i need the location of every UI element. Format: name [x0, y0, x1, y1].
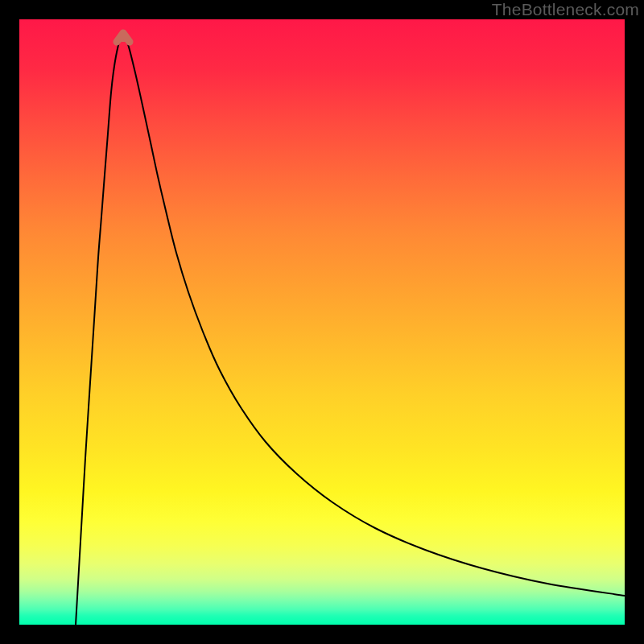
chart-frame: TheBottleneck.com	[0, 0, 644, 644]
watermark-text: TheBottleneck.com	[492, 0, 639, 19]
plot-area	[19, 19, 625, 625]
chart-svg	[19, 19, 625, 625]
curve-right-branch	[126, 39, 625, 596]
curve-valley-notch	[117, 33, 130, 42]
curve-left-branch	[76, 39, 120, 625]
